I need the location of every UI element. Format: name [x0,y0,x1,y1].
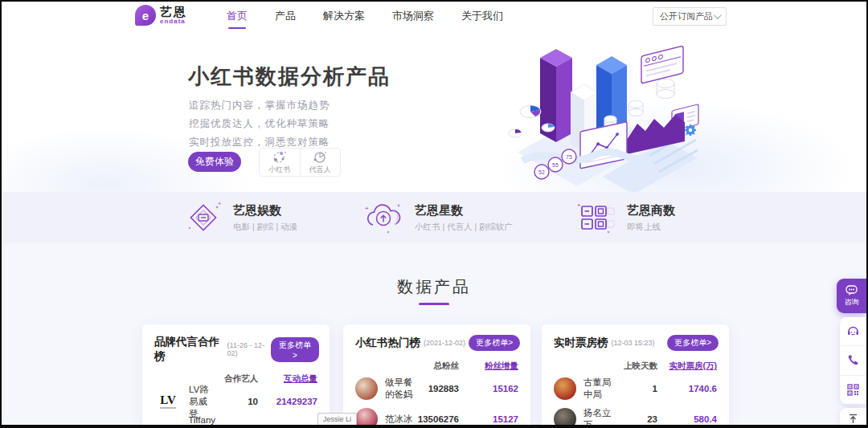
row-value-2[interactable]: 1740.6 [657,384,717,393]
row-name: 范冰冰 [385,414,414,426]
hero-quick-links: 小红书 代言人 [259,148,341,177]
customer-service-button[interactable] [840,317,866,345]
svg-text:52: 52 [538,169,545,175]
more-rankings-button[interactable]: 更多榜单> [271,337,319,362]
qr-code-button[interactable] [840,375,866,404]
row-value-2[interactable]: 580.4 [657,414,717,424]
svg-text:+: + [577,202,581,209]
feature-yueshu[interactable]: + 艺恩娱数 电影 | 剧综 | 动漫 [185,199,297,236]
card-date: (2021-12-02) [424,339,465,347]
feature-title: 艺恩娱数 [233,203,297,218]
nav-item-products[interactable]: 产品 [273,2,297,31]
column-header: 总粉丝 [414,361,459,372]
movie-poster [554,377,576,400]
feature-subtitle: 即将上线 [627,222,675,233]
phone-icon [847,354,859,366]
more-rankings-button[interactable]: 更多榜单> [667,335,719,351]
row-value-1: 192883 [414,384,459,393]
row-value-1: 13506276 [414,414,459,424]
quick-link-label: 代言人 [309,165,331,175]
card-realtime-boxoffice: 实时票房榜 (12-03 15:23) 更多榜单> 上映天数 实时票房(万) 古… [542,324,729,428]
row-value-1: 1 [612,384,657,393]
row-name: Tiffany蒂芙尼 [188,415,215,428]
back-to-top-button[interactable] [840,408,866,428]
quick-link-xiaohongshu[interactable]: 小红书 [260,149,300,176]
card-title: 小红书热门榜 [355,336,420,350]
quick-link-label: 小红书 [268,165,290,175]
feature-shangshu[interactable]: + 艺恩商数 即将上线 [575,199,675,236]
chat-bubble-icon [845,285,858,296]
svg-text:55: 55 [552,162,559,168]
feature-xingshu[interactable]: + 艺恩星数 小红书 | 代言人 | 剧综软广 [363,199,513,236]
logo-icon: e [135,5,156,26]
feature-title: 艺恩商数 [627,203,675,218]
logo-brand-en: endata [160,18,187,25]
page: e 艺恩 endata 首页 产品 解决方案 市场洞察 关于我们 公开订阅产品 … [0,0,868,428]
header: e 艺恩 endata 首页 产品 解决方案 市场洞察 关于我们 公开订阅产品 [2,2,866,31]
card-title: 品牌代言合作榜 [154,335,224,364]
feature-band: + 艺恩娱数 电影 | 剧综 | 动漫 + 艺恩星数 小红书 | 代言人 | 剧… [2,192,866,243]
nav-item-about[interactable]: 关于我们 [460,2,505,31]
row-name: 扬名立万 [583,407,612,428]
row-name: LV路易威登 [189,384,213,420]
hero-title: 小红书数据分析产品 [188,63,391,91]
feature-subtitle: 小红书 | 代言人 | 剧综软广 [415,222,513,233]
brand-logo-lv: LV [154,389,182,414]
grid-squares-icon: + [575,199,616,236]
hero-section: 小红书数据分析产品 追踪热门内容，掌握市场趋势 挖掘优质达人，优化种草策略 实时… [2,31,866,192]
hero-tagline-2: 挖掘优质达人，优化种草策略 [189,117,330,131]
nav-item-solutions[interactable]: 解决方案 [321,2,366,31]
more-rankings-button[interactable]: 更多榜单> [469,335,520,351]
contact-side-panel [840,317,866,404]
table-row[interactable]: 古董局中局 1 1740.6 [554,373,717,404]
card-date: (12-03 15:23) [612,339,655,347]
consult-button[interactable]: 咨询 [837,279,866,313]
row-value-2[interactable]: 21429237 [258,397,317,406]
nav-active-underline [228,27,246,29]
table-row[interactable]: FANY & 蒂芙尼 Tiffany蒂芙尼 4 4778350 [154,417,317,428]
table-row[interactable]: 扬名立万 23 580.4 [554,404,717,428]
subscribe-dropdown[interactable]: 公开订阅产品 [653,7,727,26]
section-title-underline [419,303,449,305]
card-brand-endorsement: 品牌代言合作榜 (11-26 - 12-02) 更多榜单> 合作艺人 互动总量 … [142,324,330,428]
subscribe-dropdown-label: 公开订阅产品 [660,10,713,22]
table-row[interactable]: LV LV路易威登 10 21429237 [154,386,317,417]
row-name: 古董局中局 [583,377,612,401]
card-xiaohongshu-hot: 小红书热门榜 (2021-12-02) 更多榜单> 总粉丝 粉丝增量 做早餐的爸… [343,324,530,428]
table-row[interactable]: 范冰冰 13506276 15127 [355,404,518,428]
phone-button[interactable] [840,345,866,374]
avatar [355,377,378,400]
chevron-down-icon [714,11,722,19]
table-row[interactable]: 做早餐的爸妈 192883 15162 [355,373,518,404]
hero-tagline-1: 追踪热门内容，掌握市场趋势 [189,99,330,112]
column-header-sorted[interactable]: 粉丝增量 [459,361,518,372]
consult-label: 咨询 [845,297,859,308]
pie-chart-icon [312,150,328,164]
logo[interactable]: e 艺恩 endata [135,5,187,26]
nav-item-insights[interactable]: 市场洞察 [391,2,436,31]
quick-link-spokesperson[interactable]: 代言人 [300,149,341,176]
feature-subtitle: 电影 | 剧综 | 动漫 [233,222,297,233]
card-date: (11-26 - 12-02) [227,341,271,357]
row-value-2[interactable]: 15162 [459,384,518,393]
diamond-icon: + [185,199,222,236]
products-section: 数据产品 品牌代言合作榜 (11-26 - 12-02) 更多榜单> 合作艺人 … [2,243,866,428]
back-to-top-icon [848,414,858,424]
movie-poster [554,408,576,428]
column-header: 上映天数 [612,361,657,372]
free-trial-button[interactable]: 免费体验 [188,152,241,172]
cursor-tooltip: Jessie Li [317,413,357,426]
card-title: 实时票房榜 [554,336,608,350]
brand-logo-tiffany: FANY & 蒂芙尼 [154,420,181,428]
nav-item-home[interactable]: 首页 [225,2,249,31]
svg-text:75: 75 [566,154,572,160]
main-nav: 首页 产品 解决方案 市场洞察 关于我们 [225,2,505,31]
row-name: 做早餐的爸妈 [385,377,414,401]
column-header-sorted[interactable]: 互动总量 [258,373,317,385]
row-value-1: 10 [213,397,258,406]
column-header-sorted[interactable]: 实时票房(万) [657,361,717,372]
row-value-2[interactable]: 15127 [459,414,518,424]
svg-text:+: + [218,201,221,206]
column-header: 合作艺人 [213,373,258,385]
svg-text:+: + [365,205,369,212]
